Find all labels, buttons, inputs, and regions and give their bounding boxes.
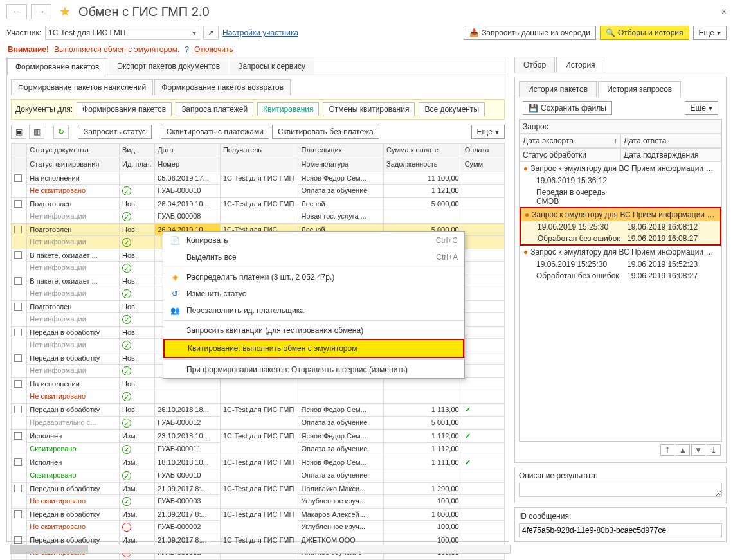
row-checkbox[interactable] bbox=[14, 406, 22, 413]
help-icon[interactable]: ? bbox=[185, 45, 189, 54]
hist-col-answer-date[interactable]: Дата ответа bbox=[620, 134, 721, 148]
row-checkbox[interactable] bbox=[14, 226, 22, 233]
ctx-change-status[interactable]: ↺Изменить статус bbox=[163, 285, 464, 302]
col-vid[interactable]: Вид bbox=[119, 144, 154, 158]
kvit-without-payment-button[interactable]: Сквитировать без платежа bbox=[272, 125, 379, 139]
row-checkbox[interactable] bbox=[14, 174, 22, 182]
col-nomen[interactable]: Номенклатура bbox=[298, 158, 384, 172]
hist-col-confirm-date[interactable]: Дата подтверждения bbox=[620, 148, 721, 162]
row-checkbox[interactable] bbox=[14, 303, 22, 311]
filter-all-docs[interactable]: Все документы bbox=[419, 102, 485, 116]
hist-first-button[interactable]: ⤒ bbox=[660, 444, 674, 456]
hist-last-button[interactable]: ⤓ bbox=[707, 444, 721, 456]
ctx-refill-payer-id[interactable]: 👥Перезаполнить ид. плательщика bbox=[163, 302, 464, 319]
hist-col-request[interactable]: Запрос bbox=[520, 120, 721, 134]
history-packets-tab[interactable]: История пакетов bbox=[519, 81, 597, 97]
result-description-label: Описание результата: bbox=[519, 471, 722, 480]
page-title: Обмен с ГИС ГМП 2.0 bbox=[78, 5, 210, 19]
col-status[interactable]: Статус документа bbox=[27, 144, 120, 158]
select-all-button[interactable]: ▣ bbox=[11, 125, 26, 139]
filter-cancel-kvit[interactable]: Отмены квитирования bbox=[323, 102, 415, 116]
col-recipient[interactable]: Получатель bbox=[220, 144, 298, 158]
nav-back-button[interactable]: ← bbox=[6, 4, 27, 19]
table-row[interactable]: ПодготовленНов.26.04.2019 10...1С-Test д… bbox=[12, 198, 505, 210]
filter-request-payments[interactable]: Запроса платежей bbox=[176, 102, 253, 116]
deselect-all-button[interactable]: ▥ bbox=[29, 125, 44, 139]
participant-label: Участник: bbox=[6, 28, 41, 37]
ctx-select-all[interactable]: Выделить всеCtrl+A bbox=[163, 249, 464, 266]
history-requests-tab[interactable]: История запросов bbox=[598, 81, 681, 97]
request-queue-data-button[interactable]: 📥 Запросить данные из очереди bbox=[464, 26, 596, 40]
ctx-on-form-packets[interactable]: При формировании пакетов: Отправлять в с… bbox=[163, 361, 464, 378]
history-more-button[interactable]: Еще ▾ bbox=[685, 101, 718, 115]
close-icon[interactable]: × bbox=[721, 6, 727, 17]
subtab-charges[interactable]: Формирование пакетов начислений bbox=[11, 79, 153, 95]
right-tab-history[interactable]: История bbox=[556, 57, 604, 73]
row-checkbox[interactable] bbox=[14, 485, 22, 492]
row-checkbox[interactable] bbox=[14, 510, 22, 518]
table-row[interactable]: На исполнении05.06.2019 17...1С-Test для… bbox=[12, 172, 505, 185]
table-row[interactable]: Передан в обработкуНов.26.10.2018 18...1… bbox=[12, 404, 505, 417]
tab-export-packets[interactable]: Экспорт пакетов документов bbox=[109, 57, 228, 75]
hist-col-status[interactable]: Статус обработки bbox=[520, 148, 620, 162]
filter-kvitirovanie[interactable]: Квитирования bbox=[257, 102, 319, 116]
request-status-button[interactable]: Запросить статус bbox=[78, 125, 152, 139]
result-description-field[interactable] bbox=[519, 483, 722, 497]
disable-emulator-link[interactable]: Отключить bbox=[194, 45, 233, 54]
row-checkbox[interactable] bbox=[14, 458, 22, 466]
row-checkbox[interactable] bbox=[14, 536, 22, 544]
col-sum[interactable]: Сумма к оплате bbox=[384, 144, 462, 158]
row-checkbox[interactable] bbox=[14, 432, 22, 440]
filter-form-packets[interactable]: Формирования пакетов bbox=[77, 102, 172, 116]
row-checkbox[interactable] bbox=[14, 380, 22, 388]
col-checkbox[interactable] bbox=[12, 144, 27, 158]
col-paid[interactable]: Оплата bbox=[462, 144, 504, 158]
table-row[interactable]: Передан в обработкуИзм.21.09.2017 8:...1… bbox=[12, 483, 505, 495]
ctx-distribute-payments[interactable]: ◈Распределить платежи (3 шт., 2 052,47р.… bbox=[163, 269, 464, 285]
table-row[interactable]: На исполненииНов. bbox=[12, 378, 505, 390]
ctx-request-receipts[interactable]: Запросить квитанции (для тестирования об… bbox=[163, 322, 464, 339]
tab-service-requests[interactable]: Запросы к сервису bbox=[230, 57, 314, 75]
hist-col-export-date[interactable]: Дата экспорта ↑ bbox=[520, 134, 620, 148]
tab-form-packets[interactable]: Формирование пакетов bbox=[7, 58, 107, 75]
col-date[interactable]: Дата bbox=[155, 144, 221, 158]
hist-down-button[interactable]: ▼ bbox=[691, 444, 705, 456]
warning-text: Выполняется обмен с эмулятором. bbox=[54, 45, 179, 54]
row-checkbox[interactable] bbox=[14, 329, 22, 336]
row-checkbox[interactable] bbox=[14, 354, 22, 362]
col-kvit-status[interactable]: Статус квитирования bbox=[27, 158, 120, 172]
ctx-copy[interactable]: 📄КопироватьCtrl+C bbox=[163, 232, 464, 249]
filters-history-button[interactable]: 🔍 Отборы и история bbox=[600, 26, 689, 40]
grid-horizontal-scrollbar[interactable] bbox=[10, 545, 511, 554]
table-row[interactable]: Передан в обработкуИзм.21.09.2017 8:...1… bbox=[12, 509, 505, 521]
open-participant-button[interactable]: ↗ bbox=[203, 26, 219, 40]
col-debt[interactable]: Задолженность bbox=[384, 158, 462, 172]
more-top-button[interactable]: Еще ▾ bbox=[693, 26, 727, 40]
history-entry[interactable]: ●Запрос к эмулятору для ВС Прием информа… bbox=[520, 246, 721, 282]
scrollbar-thumb[interactable] bbox=[11, 545, 88, 553]
row-checkbox[interactable] bbox=[14, 251, 22, 259]
ctx-kvit-emulator[interactable]: Квитирование: выполнить обмен с эмулятор… bbox=[163, 339, 464, 358]
table-row[interactable]: ИсполненИзм.23.10.2018 10...1С-Test для … bbox=[12, 430, 505, 443]
history-entry[interactable]: ●Запрос к эмулятору для ВС Прием информа… bbox=[520, 207, 721, 246]
nav-forward-button[interactable]: → bbox=[31, 4, 51, 19]
save-files-button[interactable]: 💾 Сохранить файлы bbox=[523, 101, 612, 115]
favorite-star-icon[interactable]: ★ bbox=[59, 4, 71, 19]
kvit-with-payments-button[interactable]: Сквитировать с платежами bbox=[161, 125, 269, 139]
row-checkbox[interactable] bbox=[14, 200, 22, 208]
message-id-field[interactable] bbox=[519, 523, 722, 537]
participant-select[interactable]: 1C-Test для ГИС ГМП ▾ bbox=[45, 26, 199, 40]
participant-settings-link[interactable]: Настройки участника bbox=[222, 28, 298, 37]
refresh-button[interactable]: ↻ bbox=[53, 125, 69, 139]
col-payer[interactable]: Плательщик bbox=[298, 144, 384, 158]
hist-up-button[interactable]: ▲ bbox=[676, 444, 690, 456]
right-tab-filter[interactable]: Отбор bbox=[514, 57, 555, 73]
subtab-refunds[interactable]: Формирование пакетов возвратов bbox=[154, 79, 291, 95]
history-entry[interactable]: ●Запрос к эмулятору для ВС Прием информа… bbox=[520, 162, 721, 207]
table-row[interactable]: ИсполненИзм.18.10.2018 10...1С-Test для … bbox=[12, 456, 505, 469]
col-summ[interactable]: Сумм bbox=[462, 158, 504, 172]
col-idp[interactable]: Ид. плат. bbox=[119, 158, 154, 172]
grid-more-button[interactable]: Еще ▾ bbox=[471, 125, 505, 139]
col-number[interactable]: Номер bbox=[155, 158, 221, 172]
row-checkbox[interactable] bbox=[14, 277, 22, 285]
